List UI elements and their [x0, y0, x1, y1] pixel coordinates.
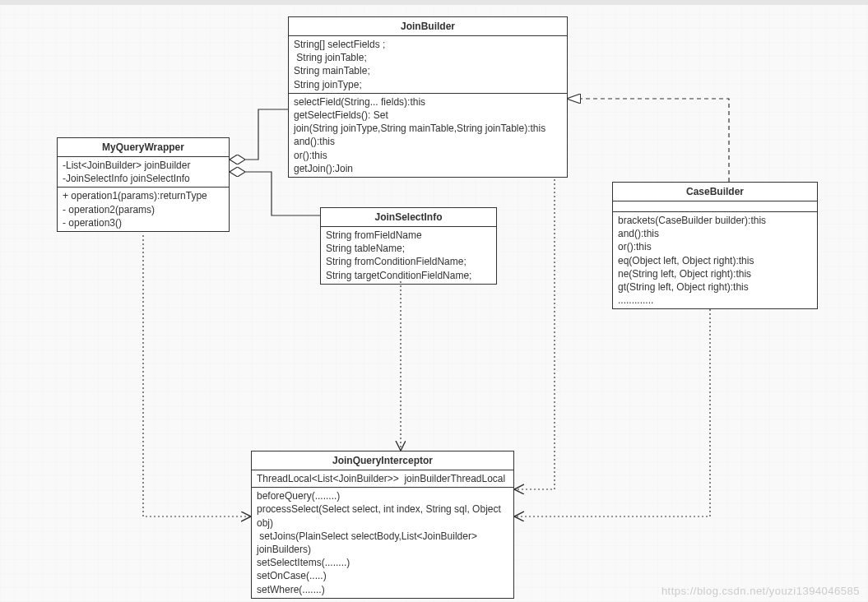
case-builder-title: CaseBuilder: [613, 183, 817, 201]
class-join-builder: JoinBuilder String[] selectFields ; Stri…: [288, 16, 568, 178]
edge-mqw-joinselectinfo: [230, 172, 320, 215]
join-query-interceptor-ops: beforeQuery(........) processSelect(Sele…: [252, 488, 513, 598]
top-bar: [0, 0, 868, 5]
class-case-builder: CaseBuilder brackets(CaseBuilder builder…: [612, 182, 818, 309]
case-builder-empty: [613, 201, 817, 212]
edge-cb-interceptor: [514, 309, 710, 516]
join-builder-ops: selectField(String... fields):this getSe…: [289, 94, 567, 177]
join-builder-title: JoinBuilder: [289, 17, 567, 36]
join-select-info-attrs: String fromFieldName String tableName; S…: [321, 227, 496, 284]
class-join-select-info: JoinSelectInfo String fromFieldName Stri…: [320, 207, 497, 285]
edge-jb-interceptor: [514, 179, 555, 489]
my-query-wrapper-attrs: -List<JoinBuilder> joinBuilder -JoinSele…: [58, 157, 229, 188]
class-my-query-wrapper: MyQueryWrapper -List<JoinBuilder> joinBu…: [57, 137, 230, 232]
edge-mqw-interceptor: [143, 235, 251, 516]
class-join-query-interceptor: JoinQueryInterceptor ThreadLocal<List<Jo…: [251, 451, 514, 599]
edge-casebuilder-joinbuilder: [568, 99, 729, 182]
watermark-text: https://blog.csdn.net/youzi1394046585: [661, 585, 860, 597]
my-query-wrapper-ops: + operation1(params):returnType - operat…: [58, 188, 229, 231]
my-query-wrapper-title: MyQueryWrapper: [58, 138, 229, 157]
join-query-interceptor-title: JoinQueryInterceptor: [252, 452, 513, 470]
join-select-info-title: JoinSelectInfo: [321, 208, 496, 227]
join-query-interceptor-attrs: ThreadLocal<List<JoinBuilder>> joinBuild…: [252, 470, 513, 488]
case-builder-ops: brackets(CaseBuilder builder):this and()…: [613, 212, 817, 308]
join-builder-attrs: String[] selectFields ; String joinTable…: [289, 36, 567, 94]
edge-mqw-joinbuilder: [230, 109, 288, 160]
